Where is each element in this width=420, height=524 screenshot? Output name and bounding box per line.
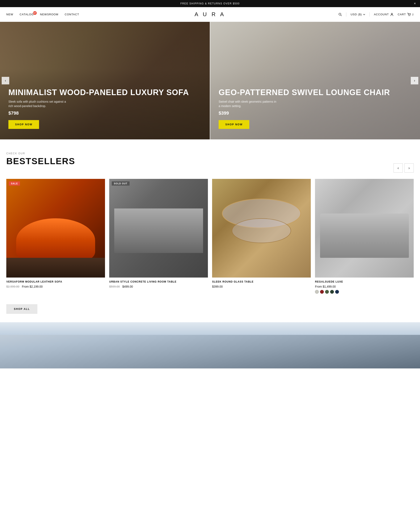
cart-label: CART [398, 13, 406, 16]
user-icon [390, 13, 394, 16]
nav-item-new[interactable]: NEW [6, 13, 13, 16]
hero-title-left: MINIMALIST WOOD-PANELED LUXURY SOFA [9, 88, 189, 97]
bestsellers-next-button[interactable]: › [404, 163, 414, 173]
currency-button[interactable]: USD ($) [350, 13, 365, 16]
slider-arrows: ‹ › [394, 163, 414, 173]
hero-shop-now-left[interactable]: SHOP NOW [9, 120, 39, 129]
nav-item-catalog[interactable]: CATALOG37 [19, 13, 34, 16]
bestsellers-section: CHECK OUR BESTSELLERS ‹ › SALE VERSAFORM… [0, 140, 420, 322]
hero-content-left: MINIMALIST WOOD-PANELED LUXURY SOFA Slee… [9, 88, 189, 129]
header-right: USD ($) ACCOUNT CART 2 [339, 12, 414, 17]
currency-label: USD ($) [350, 13, 362, 16]
hero-price-right: $399 [219, 110, 390, 116]
product-image-concrete-table: SOLD OUT [109, 179, 208, 278]
announcement-text: FREE SHIPPING & RETURNS OVER $500 [180, 2, 240, 5]
shop-all-button[interactable]: SHOP ALL [6, 304, 37, 314]
badge-sold-out: SOLD OUT [112, 181, 130, 186]
hero-desc-left: Sleek sofa with plush cushions set again… [9, 99, 67, 108]
svg-point-0 [339, 13, 341, 15]
products-grid: SALE VERSAFORM MODULAR LEATHER SOFA $2,9… [6, 179, 414, 294]
bestsellers-prev-button[interactable]: ‹ [394, 163, 403, 173]
cart-icon [407, 13, 411, 16]
product-card-regalsuede[interactable]: REGALSUEDE LUXE From $1,499.00 [315, 179, 414, 294]
new-price-regalsuede: From $1,499.00 [315, 285, 336, 288]
color-swatch[interactable] [330, 290, 334, 294]
product-card-versaform-sofa[interactable]: SALE VERSAFORM MODULAR LEATHER SOFA $2,9… [6, 179, 105, 294]
section-header: CHECK OUR BESTSELLERS ‹ › [6, 152, 414, 173]
cart-button[interactable]: CART 2 [398, 13, 414, 16]
svg-point-3 [409, 15, 409, 16]
color-swatch[interactable] [320, 290, 324, 294]
section-sub-label: CHECK OUR [6, 152, 75, 155]
logo[interactable]: A U R A [194, 11, 225, 18]
product-name-concrete: URBAN STYLE CONCRETE LIVING ROOM TABLE [109, 280, 208, 284]
hero-section: ‹ MINIMALIST WOOD-PANELED LUXURY SOFA Sl… [0, 22, 420, 140]
product-card-glass-table[interactable]: SLEEK ROUND GLASS TABLE $399.00 [212, 179, 311, 294]
chevron-down-icon [363, 14, 365, 15]
section-title-block: CHECK OUR BESTSELLERS [6, 152, 75, 173]
product-price-versaform: $2,999.00 From $2,199.00 [6, 285, 105, 288]
divider2 [369, 12, 370, 17]
color-swatch[interactable] [335, 290, 339, 294]
nav-item-contact[interactable]: CONTACT [65, 13, 79, 16]
hero-panel-left: MINIMALIST WOOD-PANELED LUXURY SOFA Slee… [0, 22, 210, 140]
bestsellers-title: BESTSELLERS [6, 156, 75, 166]
product-image-versaform-sofa: SALE [6, 179, 105, 278]
product-image-regalsuede [315, 179, 414, 278]
product-img-concrete-table [109, 179, 208, 278]
product-price-regalsuede: From $1,499.00 [315, 285, 414, 288]
product-img-glass-table [212, 179, 311, 278]
bottom-banner [0, 322, 420, 368]
nav-item-newsroom[interactable]: NEWSROOM [40, 13, 58, 16]
svg-line-1 [341, 15, 342, 16]
old-price-concrete: $599.00 [109, 285, 120, 288]
header-nav: NEWCATALOG37NEWSROOMCONTACT [6, 13, 79, 16]
new-price: From $2,199.00 [22, 285, 43, 288]
announcement-close-button[interactable]: × [414, 2, 416, 5]
product-name-glass: SLEEK ROUND GLASS TABLE [212, 280, 311, 284]
product-price-glass: $399.00 [212, 285, 311, 288]
account-label: ACCOUNT [374, 13, 389, 16]
search-icon [339, 13, 342, 16]
color-swatch[interactable] [315, 290, 319, 294]
divider [346, 12, 346, 17]
hero-desc-right: Swivel chair with sleek geometric patter… [219, 99, 277, 108]
hero-next-button[interactable]: › [411, 77, 418, 84]
announcement-bar: FREE SHIPPING & RETURNS OVER $500 × [0, 0, 420, 7]
hero-shop-now-right[interactable]: SHOP NOW [219, 120, 249, 129]
hero-panel-right: GEO-PATTERNED SWIVEL LOUNGE CHAIR Swivel… [210, 22, 420, 140]
product-price-concrete: $599.00 $499.00 [109, 285, 208, 288]
search-button[interactable] [339, 13, 342, 16]
hero-content-right: GEO-PATTERNED SWIVEL LOUNGE CHAIR Swivel… [219, 88, 390, 129]
hero-prev-button[interactable]: ‹ [2, 77, 9, 84]
product-name-versaform: VERSAFORM MODULAR LEATHER SOFA [6, 280, 105, 284]
svg-point-2 [391, 13, 393, 15]
product-img-sofa-orange [6, 179, 105, 278]
product-name-regalsuede: REGALSUEDE LUXE [315, 280, 414, 284]
cart-count: 2 [412, 13, 414, 16]
svg-point-4 [410, 15, 410, 16]
color-swatch[interactable] [325, 290, 329, 294]
new-price-concrete: $499.00 [122, 285, 133, 288]
hero-title-right: GEO-PATTERNED SWIVEL LOUNGE CHAIR [219, 88, 390, 97]
nav-badge: 37 [33, 11, 37, 15]
product-card-concrete-table[interactable]: SOLD OUT URBAN STYLE CONCRETE LIVING ROO… [109, 179, 208, 294]
header: NEWCATALOG37NEWSROOMCONTACT A U R A USD … [0, 7, 420, 22]
color-swatches-regalsuede [315, 290, 414, 294]
new-price-glass: $399.00 [212, 285, 223, 288]
badge-sale: SALE [9, 181, 20, 186]
old-price: $2,999.00 [6, 285, 19, 288]
product-image-glass-table [212, 179, 311, 278]
account-button[interactable]: ACCOUNT [374, 13, 393, 16]
product-img-gray-sofa [315, 179, 414, 278]
hero-price-left: $798 [9, 110, 189, 116]
